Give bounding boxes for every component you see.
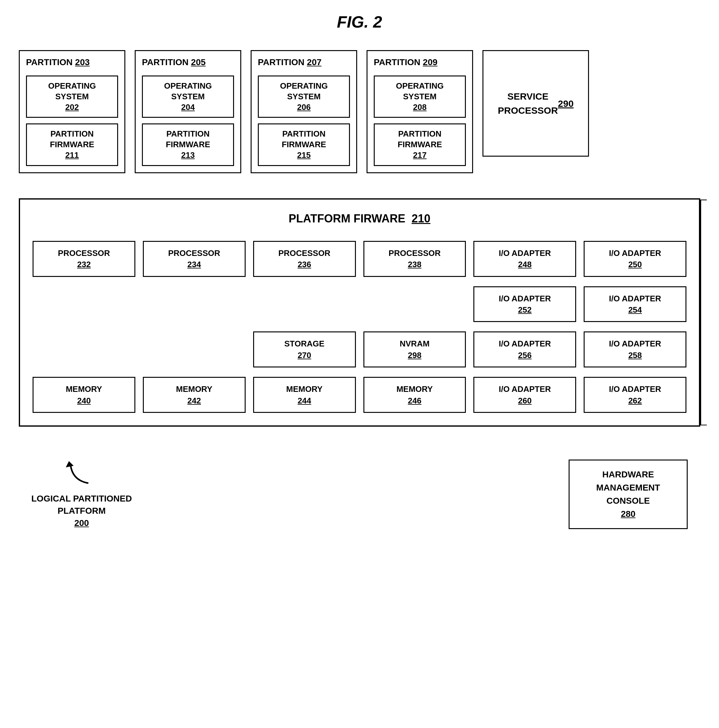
platform-firmware-title: PLATFORM FIRWARE 210 <box>32 212 687 225</box>
logical-platform: LOGICAL PARTITIONEDPLATFORM200 <box>31 452 132 529</box>
service-processor-290: SERVICEPROCESSOR290 <box>482 50 589 157</box>
os-208: OPERATINGSYSTEM208 <box>374 75 466 118</box>
partition-205-number: 205 <box>191 57 206 67</box>
fw-215: PARTITIONFIRMWARE215 <box>258 124 350 166</box>
empty-cell-6 <box>143 332 246 367</box>
processor-238: PROCESSOR238 <box>363 241 466 277</box>
fw-211: PARTITIONFIRMWARE211 <box>26 124 118 166</box>
curved-arrow-icon <box>63 452 100 489</box>
empty-cell-1 <box>32 286 135 322</box>
bottom-section: LOGICAL PARTITIONEDPLATFORM200 HARDWAREM… <box>19 452 700 529</box>
os-204: OPERATINGSYSTEM204 <box>142 75 234 118</box>
fw-213: PARTITIONFIRMWARE213 <box>142 124 234 166</box>
partition-203: PARTITION 203 OPERATINGSYSTEM202 PARTITI… <box>19 50 125 173</box>
memory-242: MEMORY242 <box>143 377 246 413</box>
io-adapter-254: I/O ADAPTER254 <box>584 286 687 322</box>
platform-bracket-icon <box>699 200 708 425</box>
partitions-row: PARTITION 203 OPERATINGSYSTEM202 PARTITI… <box>19 50 700 173</box>
io-adapter-248: I/O ADAPTER248 <box>473 241 576 277</box>
partition-207-number: 207 <box>307 57 322 67</box>
partition-209-title: PARTITION 209 <box>374 57 466 67</box>
empty-cell-2 <box>143 286 246 322</box>
partition-207-title: PARTITION 207 <box>258 57 350 67</box>
nvram-298: NVRAM298 <box>363 332 466 367</box>
svg-marker-3 <box>66 461 73 467</box>
partition-203-title: PARTITION 203 <box>26 57 118 67</box>
hardware-grid: PROCESSOR232 PROCESSOR234 PROCESSOR236 P… <box>32 241 687 413</box>
processor-234: PROCESSOR234 <box>143 241 246 277</box>
hmc-box: HARDWAREMANAGEMENTCONSOLE280 <box>569 460 688 529</box>
io-adapter-258: I/O ADAPTER258 <box>584 332 687 367</box>
io-adapter-260: I/O ADAPTER260 <box>473 377 576 413</box>
page-title: FIG. 2 <box>19 12 700 31</box>
io-adapter-256: I/O ADAPTER256 <box>473 332 576 367</box>
processor-232: PROCESSOR232 <box>32 241 135 277</box>
storage-270: STORAGE270 <box>253 332 356 367</box>
processor-236: PROCESSOR236 <box>253 241 356 277</box>
io-adapter-262: I/O ADAPTER262 <box>584 377 687 413</box>
partition-203-number: 203 <box>75 57 90 67</box>
fw-217: PARTITIONFIRMWARE217 <box>374 124 466 166</box>
memory-246: MEMORY246 <box>363 377 466 413</box>
empty-cell-5 <box>32 332 135 367</box>
partition-205-title: PARTITION 205 <box>142 57 234 67</box>
partition-205: PARTITION 205 OPERATINGSYSTEM204 PARTITI… <box>135 50 241 173</box>
memory-240: MEMORY240 <box>32 377 135 413</box>
io-adapter-252: I/O ADAPTER252 <box>473 286 576 322</box>
partition-209-number: 209 <box>423 57 438 67</box>
memory-244: MEMORY244 <box>253 377 356 413</box>
os-202: OPERATINGSYSTEM202 <box>26 75 118 118</box>
empty-cell-3 <box>253 286 356 322</box>
partition-207: PARTITION 207 OPERATINGSYSTEM206 PARTITI… <box>251 50 357 173</box>
logical-platform-text: LOGICAL PARTITIONEDPLATFORM200 <box>31 492 132 529</box>
partition-209: PARTITION 209 OPERATINGSYSTEM208 PARTITI… <box>367 50 473 173</box>
platform-firmware-section: PLATFORM FIRWARE 210 PROCESSOR232 PROCES… <box>19 198 700 427</box>
os-206: OPERATINGSYSTEM206 <box>258 75 350 118</box>
io-adapter-250: I/O ADAPTER250 <box>584 241 687 277</box>
empty-cell-4 <box>363 286 466 322</box>
